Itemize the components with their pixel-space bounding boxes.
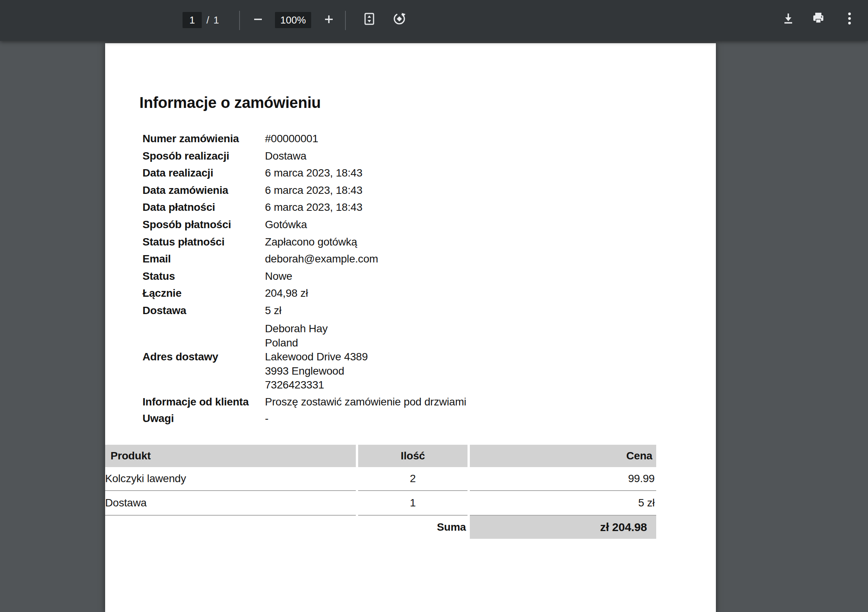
zoom-out-button[interactable] — [250, 11, 266, 28]
field-row: Data płatności 6 marca 2023, 18:43 — [105, 199, 683, 216]
field-label: Numer zamówienia — [142, 133, 239, 145]
table-row: Dostawa 1 5 zł — [105, 491, 656, 516]
column-header-product: Produkt — [105, 445, 356, 467]
field-value: - — [265, 412, 268, 425]
more-vertical-icon — [842, 11, 857, 27]
field-value: Proszę zostawić zamówienie pod drzwiami — [265, 396, 466, 408]
toolbar-divider — [345, 11, 346, 30]
document-page: Informacje o zamówieniu Numer zamówienia… — [105, 43, 716, 612]
shipping-address-label: Adres dostawy — [142, 348, 218, 365]
column-header-quantity: Ilość — [358, 445, 468, 467]
column-header-price: Cena — [470, 445, 656, 467]
print-button[interactable] — [809, 10, 827, 28]
field-value: 6 marca 2023, 18:43 — [265, 184, 362, 197]
download-button[interactable] — [779, 10, 797, 28]
total-label: Suma — [105, 516, 468, 539]
page-count: / 1 — [206, 12, 220, 28]
page-number-input[interactable]: 1 — [183, 12, 202, 28]
field-label: Łącznie — [142, 287, 181, 299]
field-value: Nowe — [265, 270, 292, 282]
address-line: Deborah Hay — [265, 322, 368, 336]
field-value: deborah@example.com — [265, 253, 378, 265]
address-line: 3993 Englewood — [265, 364, 368, 378]
field-value: 6 marca 2023, 18:43 — [265, 167, 362, 179]
fit-page-icon — [362, 11, 377, 28]
field-row: Data zamówienia 6 marca 2023, 18:43 — [105, 182, 683, 199]
page-total: 1 — [213, 14, 219, 26]
toolbar-divider — [239, 11, 240, 30]
address-line: Poland — [265, 336, 368, 350]
field-label: Uwagi — [142, 412, 174, 425]
quantity-cell: 1 — [358, 491, 468, 516]
product-cell: Dostawa — [105, 491, 356, 516]
field-label: Dostawa — [142, 304, 186, 317]
page-number-value: 1 — [189, 14, 195, 26]
field-value: #00000001 — [265, 133, 318, 145]
field-value: 204,98 zł — [265, 287, 308, 299]
table-header-row: Produkt Ilość Cena — [105, 445, 656, 467]
field-label: Informacje od klienta — [142, 396, 249, 408]
field-row: Numer zamówienia #00000001 — [105, 130, 683, 147]
document-title: Informacje o zamówieniu — [139, 94, 321, 111]
field-row: Informacje od klienta Proszę zostawić za… — [105, 393, 683, 410]
field-value: Gotówka — [265, 219, 307, 231]
field-value: 5 zł — [265, 304, 282, 317]
field-label: Status — [142, 270, 175, 282]
field-value: Zapłacono gotówką — [265, 236, 357, 248]
field-row: Sposób płatności Gotówka — [105, 216, 683, 233]
zoom-level-value: 100% — [280, 14, 306, 26]
more-options-button[interactable] — [841, 10, 858, 28]
field-row: Uwagi - — [105, 410, 683, 427]
zoom-level-display[interactable]: 100% — [275, 12, 311, 28]
field-row: Status Nowe — [105, 268, 683, 285]
plus-icon — [322, 13, 335, 27]
field-value: Dostawa — [265, 150, 307, 162]
table-row: Kolczyki lawendy 2 99.99 — [105, 467, 656, 491]
field-row: Email deborah@example.com — [105, 251, 683, 267]
field-row: Status płatności Zapłacono gotówką — [105, 234, 683, 251]
zoom-in-button[interactable] — [320, 11, 337, 28]
price-cell: 99.99 — [470, 467, 656, 491]
total-value: zł 204.98 — [470, 516, 656, 539]
fit-page-button[interactable] — [360, 10, 378, 28]
quantity-cell: 2 — [358, 467, 468, 491]
field-row: Data realizacji 6 marca 2023, 18:43 — [105, 165, 683, 182]
price-cell: 5 zł — [470, 491, 656, 516]
pdf-toolbar: 1 / 1 100% — [0, 0, 868, 41]
address-line: Lakewood Drive 4389 — [265, 350, 368, 364]
field-row: Łącznie 204,98 zł — [105, 285, 683, 302]
field-label: Data realizacji — [142, 167, 213, 179]
product-cell: Kolczyki lawendy — [105, 467, 356, 491]
table-total-row: Suma zł 204.98 — [105, 516, 656, 539]
rotate-counterclockwise-icon — [392, 11, 407, 28]
field-row: Dostawa 5 zł — [105, 302, 683, 319]
field-label: Data zamówienia — [142, 184, 228, 197]
pdf-viewer: 1 / 1 100% — [0, 0, 868, 612]
print-icon — [811, 11, 826, 27]
shipping-address-value: Deborah Hay Poland Lakewood Drive 4389 3… — [265, 322, 368, 392]
field-label: Sposób realizacji — [142, 150, 229, 162]
field-label: Sposób płatności — [142, 219, 231, 231]
field-row: Sposób realizacji Dostawa — [105, 148, 683, 165]
field-label: Email — [142, 253, 171, 265]
field-value: 6 marca 2023, 18:43 — [265, 201, 362, 214]
address-line: 7326423331 — [265, 378, 368, 392]
field-label: Data płatności — [142, 201, 215, 214]
rotate-button[interactable] — [390, 10, 408, 28]
minus-icon — [251, 13, 265, 27]
download-icon — [781, 11, 796, 27]
page-separator: / — [206, 14, 209, 26]
field-label: Status płatności — [142, 236, 225, 248]
